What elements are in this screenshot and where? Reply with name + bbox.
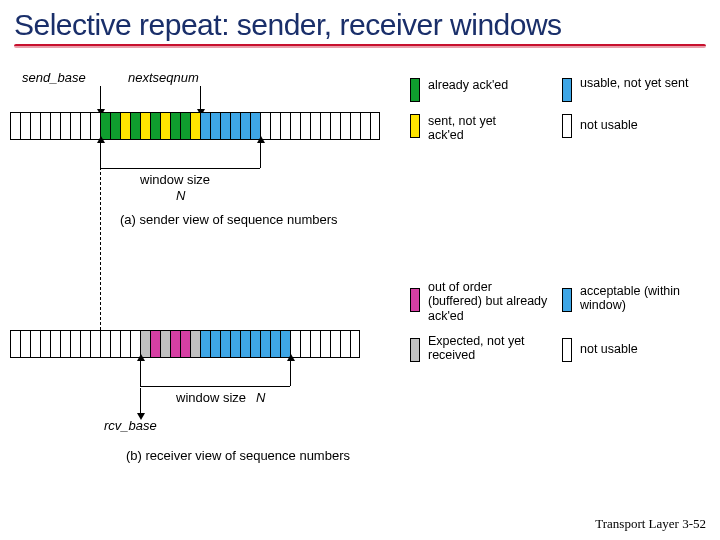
seq-cell bbox=[60, 112, 70, 140]
seq-cell bbox=[360, 112, 370, 140]
legend-text-buffered: out of order (buffered) but already ack'… bbox=[428, 280, 548, 323]
seq-cell bbox=[30, 112, 40, 140]
seq-cell bbox=[260, 330, 270, 358]
seq-cell bbox=[140, 112, 150, 140]
seq-cell bbox=[20, 330, 30, 358]
sender-n-label: N bbox=[176, 188, 185, 203]
seq-cell bbox=[340, 330, 350, 358]
seq-cell bbox=[170, 112, 180, 140]
seq-cell bbox=[300, 112, 310, 140]
seq-cell bbox=[240, 112, 250, 140]
seq-cell bbox=[290, 112, 300, 140]
page-title: Selective repeat: sender, receiver windo… bbox=[0, 0, 720, 44]
seq-cell bbox=[310, 112, 320, 140]
dashed-link-line bbox=[100, 142, 101, 330]
legend-text-usable: usable, not yet sent bbox=[580, 76, 690, 90]
footer-chapter: Transport Layer bbox=[595, 516, 679, 531]
seq-cell bbox=[190, 112, 200, 140]
seq-cell bbox=[270, 330, 280, 358]
sender-window-label: window size bbox=[140, 172, 210, 187]
legend-swatch-sent-unacked bbox=[410, 114, 420, 138]
receiver-window-left-arrow bbox=[140, 360, 141, 386]
seq-cell bbox=[70, 330, 80, 358]
seq-cell bbox=[160, 330, 170, 358]
seq-cell bbox=[320, 112, 330, 140]
seq-cell bbox=[200, 112, 210, 140]
seq-cell bbox=[230, 330, 240, 358]
receiver-caption: (b) receiver view of sequence numbers bbox=[126, 448, 350, 463]
seq-cell bbox=[190, 330, 200, 358]
seq-cell bbox=[180, 112, 190, 140]
legend-text-expected: Expected, not yet received bbox=[428, 334, 548, 363]
seq-cell bbox=[50, 112, 60, 140]
footer: Transport Layer 3-52 bbox=[595, 516, 706, 532]
seq-cell bbox=[10, 112, 20, 140]
sender-window-span bbox=[100, 168, 260, 169]
arrow-send-base bbox=[100, 86, 101, 110]
seq-cell bbox=[120, 112, 130, 140]
receiver-window-span bbox=[140, 386, 290, 387]
seq-cell bbox=[150, 330, 160, 358]
seq-cell bbox=[110, 330, 120, 358]
legend-text-sent-unacked: sent, not yet ack'ed bbox=[428, 114, 528, 143]
seq-cell bbox=[40, 112, 50, 140]
sender-window-right-arrow bbox=[260, 142, 261, 168]
seq-cell bbox=[40, 330, 50, 358]
label-send-base: send_base bbox=[22, 70, 86, 85]
seq-cell bbox=[150, 112, 160, 140]
legend-swatch-not-usable-b bbox=[562, 338, 572, 362]
seq-cell bbox=[10, 330, 20, 358]
sender-caption: (a) sender view of sequence numbers bbox=[120, 212, 338, 227]
seq-cell bbox=[210, 112, 220, 140]
seq-cell bbox=[330, 112, 340, 140]
seq-cell bbox=[180, 330, 190, 358]
seq-cell bbox=[20, 112, 30, 140]
sender-sequence-strip bbox=[10, 112, 380, 140]
seq-cell bbox=[270, 112, 280, 140]
seq-cell bbox=[240, 330, 250, 358]
seq-cell bbox=[130, 112, 140, 140]
seq-cell bbox=[100, 330, 110, 358]
seq-cell bbox=[330, 330, 340, 358]
seq-cell bbox=[110, 112, 120, 140]
footer-page: 3-52 bbox=[682, 516, 706, 531]
seq-cell bbox=[50, 330, 60, 358]
legend-swatch-usable bbox=[562, 78, 572, 102]
seq-cell bbox=[350, 112, 360, 140]
seq-cell bbox=[340, 112, 350, 140]
legend-swatch-expected bbox=[410, 338, 420, 362]
seq-cell bbox=[210, 330, 220, 358]
receiver-sequence-strip bbox=[10, 330, 360, 358]
legend-swatch-not-usable-a bbox=[562, 114, 572, 138]
receiver-window-right-arrow bbox=[290, 360, 291, 386]
arrow-rcv-base bbox=[140, 388, 141, 414]
legend-text-acked: already ack'ed bbox=[428, 78, 518, 92]
seq-cell bbox=[250, 330, 260, 358]
seq-cell bbox=[220, 112, 230, 140]
seq-cell bbox=[160, 112, 170, 140]
seq-cell bbox=[80, 330, 90, 358]
arrow-nextseqnum bbox=[200, 86, 201, 110]
seq-cell bbox=[30, 330, 40, 358]
receiver-window-label: window size bbox=[176, 390, 246, 405]
legend-swatch-buffered bbox=[410, 288, 420, 312]
receiver-n-label: N bbox=[256, 390, 265, 405]
legend-text-not-usable-a: not usable bbox=[580, 118, 680, 132]
legend-swatch-acceptable bbox=[562, 288, 572, 312]
legend-text-acceptable: acceptable (within window) bbox=[580, 284, 700, 313]
seq-cell bbox=[80, 112, 90, 140]
seq-cell bbox=[90, 330, 100, 358]
seq-cell bbox=[280, 112, 290, 140]
seq-cell bbox=[200, 330, 210, 358]
seq-cell bbox=[370, 112, 380, 140]
diagram-area: send_base nextseqnum window size N (a) s… bbox=[0, 48, 720, 518]
seq-cell bbox=[60, 330, 70, 358]
seq-cell bbox=[230, 112, 240, 140]
seq-cell bbox=[350, 330, 360, 358]
seq-cell bbox=[310, 330, 320, 358]
seq-cell bbox=[220, 330, 230, 358]
legend-swatch-acked bbox=[410, 78, 420, 102]
label-rcv-base: rcv_base bbox=[104, 418, 157, 433]
seq-cell bbox=[320, 330, 330, 358]
seq-cell bbox=[170, 330, 180, 358]
